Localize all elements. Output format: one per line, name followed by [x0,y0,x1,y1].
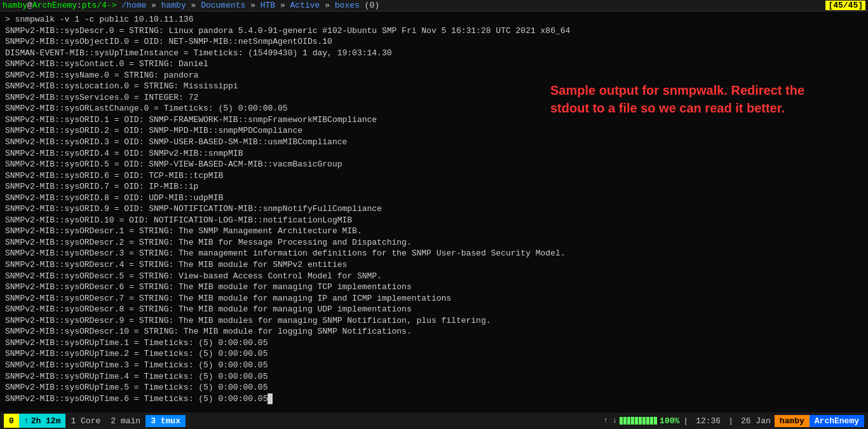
clock: 12:36 [696,416,721,426]
terminal-line: SNMPv2-MIB::sysORDescr.5 = STRING: View-… [5,271,863,282]
terminal-line: SNMPv2-MIB::sysDescr.0 = STRING: Linux p… [5,25,863,37]
terminal-line: SNMPv2-MIB::sysORDescr.6 = STRING: The M… [5,282,863,293]
title-bar-path: hamby@ArchEnemy:pts/4-> /home » hamby » … [3,1,379,10]
tab-2-main[interactable]: 2 main [105,415,146,427]
user-badge: hamby [775,415,810,427]
terminal-line: SNMPv2-MIB::sysORID.9 = OID: SNMP-NOTIFI… [5,203,863,215]
terminal-line: SNMPv2-MIB::sysName.0 = STRING: pandora [5,70,863,81]
terminal-line: SNMPv2-MIB::sysORID.4 = OID: SNMPv2-MIB:… [5,148,863,160]
counter-badge: [45/45] [825,1,865,10]
terminal-line: SNMPv2-MIB::sysORID.6 = OID: TCP-MIB::tc… [5,170,863,182]
terminal-line: SNMPv2-MIB::sysORID.5 = OID: SNMP-VIEW-B… [5,159,863,170]
terminal: > snmpwalk -v 1 -c public 10.10.11.136SN… [0,11,868,412]
pane-id-badge: 0 [4,414,19,428]
terminal-line: SNMPv2-MIB::sysORDescr.9 = STRING: The M… [5,315,863,327]
path-count: (0) [360,1,379,10]
terminal-line: SNMPv2-MIB::sysORDescr.1 = STRING: The S… [5,226,863,237]
up-arrow: ↑ [24,416,29,426]
terminal-line: SNMPv2-MIB::sysORDescr.10 = STRING: The … [5,326,863,337]
path-documents: Documents [201,1,245,10]
battery-indicator: 100% [620,416,679,426]
terminal-line: SNMPv2-MIB::sysORUpTime.2 = Timeticks: (… [5,348,863,360]
host-badge: ArchEnemy [810,415,864,427]
pipe1: | [683,416,688,426]
terminal-line: SNMPv2-MIB::sysORID.2 = OID: SNMP-MPD-MI… [5,125,863,137]
terminal-line: SNMPv2-MIB::sysORUpTime.5 = Timeticks: (… [5,382,863,393]
scroll-arrows: ↑ ↓ [603,416,617,425]
terminal-line: SNMPv2-MIB::sysORDescr.2 = STRING: The M… [5,237,863,249]
uptime-badge: ↑2h 12m [19,414,66,428]
terminal-line: SNMPv2-MIB::sysORID.7 = OID: IP-MIB::ip [5,181,863,193]
terminal-line: SNMPv2-MIB::sysORID.3 = OID: SNMP-USER-B… [5,137,863,148]
cursor [268,393,273,405]
terminal-line: SNMPv2-MIB::sysORID.10 = OID: NOTIFICATI… [5,215,863,226]
battery-bar [620,417,657,425]
terminal-line: > snmpwalk -v 1 -c public 10.10.11.136 [5,14,863,25]
path-htb: HTB [261,1,275,10]
terminal-line: SNMPv2-MIB::sysORUpTime.6 = Timeticks: (… [5,393,863,405]
terminal-output: > snmpwalk -v 1 -c public 10.10.11.136SN… [3,13,865,405]
terminal-line: SNMPv2-MIB::sysORUpTime.4 = Timeticks: (… [5,371,863,383]
terminal-line: SNMPv2-MIB::sysORID.8 = OID: UDP-MIB::ud… [5,193,863,204]
title-bar: hamby@ArchEnemy:pts/4-> /home » hamby » … [0,0,868,11]
hostname: ArchEnemy [32,1,77,10]
tmux-tabs: 1 Core 2 main 3 tmux [65,415,186,427]
terminal-line: DISMAN-EVENT-MIB::sysUpTimeInstance = Ti… [5,48,863,59]
path-cwd: boxes [335,1,360,10]
terminal-line: SNMPv2-MIB::sysContact.0 = STRING: Danie… [5,58,863,70]
terminal-line: SNMPv2-MIB::sysObjectID.0 = OID: NET-SNM… [5,36,863,48]
tab-3-tmux[interactable]: 3 tmux [146,415,186,427]
annotation-text: Sample output for snmpwalk. Redirect the… [550,81,843,117]
terminal-line: SNMPv2-MIB::sysORUpTime.3 = Timeticks: (… [5,360,863,371]
status-bar: 0 ↑2h 12m 1 Core 2 main 3 tmux ↑ ↓ 100% [0,412,868,429]
terminal-line: SNMPv2-MIB::sysORUpTime.1 = Timeticks: (… [5,337,863,349]
tab-1-core[interactable]: 1 Core [65,415,105,427]
terminal-line: SNMPv2-MIB::sysORDescr.7 = STRING: The M… [5,293,863,304]
pipe2: | [728,416,733,426]
date: 26 Jan [741,416,771,426]
username: hamby [3,1,27,10]
battery-percent: 100% [660,416,679,426]
terminal-line: SNMPv2-MIB::sysORDescr.3 = STRING: The m… [5,248,863,259]
path-hamby: hamby [161,1,186,10]
terminal-line: SNMPv2-MIB::sysORDescr.8 = STRING: The M… [5,304,863,315]
terminal-line: SNMPv2-MIB::sysORDescr.4 = STRING: The M… [5,259,863,271]
path-home: /home [121,1,146,10]
path-active: Active [290,1,320,10]
